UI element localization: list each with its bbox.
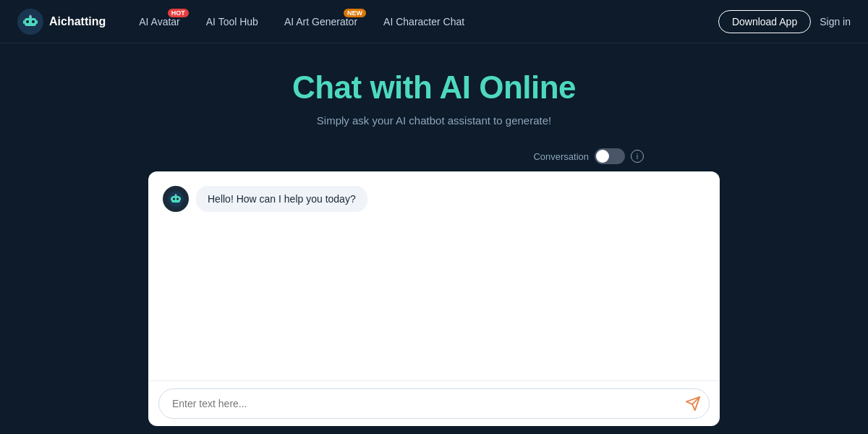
nav-item-ai-character-chat-label: AI Character Chat: [383, 16, 464, 27]
nav-items: AI Avatar Hot AI Tool Hub AI Art Generat…: [129, 10, 718, 33]
logo[interactable]: Aichatting: [17, 9, 106, 35]
chat-input-area: [148, 380, 720, 426]
bot-message-bubble: Hello! How can I help you today?: [196, 186, 367, 212]
toggle-knob: [596, 150, 609, 163]
svg-rect-14: [171, 197, 172, 200]
logo-icon: [17, 9, 43, 35]
nav-item-ai-tool-hub-label: AI Tool Hub: [206, 16, 258, 27]
new-badge: New: [344, 9, 366, 17]
bot-message-row: Hello! How can I help you today?: [163, 186, 705, 212]
conversation-label: Conversation: [533, 151, 589, 162]
info-symbol: i: [637, 152, 638, 161]
svg-rect-9: [171, 196, 180, 203]
svg-rect-15: [180, 197, 182, 200]
chat-messages: Hello! How can I help you today?: [148, 171, 720, 380]
svg-point-11: [176, 198, 179, 200]
conversation-toggle[interactable]: [595, 148, 625, 164]
chat-container: Hello! How can I help you today?: [148, 171, 720, 426]
nav-right: Download App Sign in: [718, 10, 851, 33]
nav-item-ai-art-generator-label: AI Art Generator: [284, 16, 357, 27]
nav-item-ai-avatar-label: AI Avatar: [139, 16, 180, 27]
conversation-bar: Conversation i: [0, 141, 868, 164]
bot-avatar: [163, 186, 189, 212]
bot-avatar-icon: [168, 191, 184, 207]
nav-item-ai-avatar[interactable]: AI Avatar Hot: [129, 10, 190, 33]
download-app-button[interactable]: Download App: [718, 10, 811, 33]
hero-title: Chat with AI Online: [14, 69, 854, 106]
svg-point-3: [32, 20, 35, 23]
navbar: Aichatting AI Avatar Hot AI Tool Hub AI …: [0, 0, 868, 43]
hero-section: Chat with AI Online Simply ask your AI c…: [0, 43, 868, 141]
chat-input-wrapper: [158, 388, 710, 419]
svg-point-5: [30, 14, 32, 17]
nav-item-ai-character-chat[interactable]: AI Character Chat: [373, 10, 475, 33]
logo-text: Aichatting: [49, 15, 106, 28]
send-icon: [685, 396, 701, 412]
svg-point-13: [175, 194, 176, 195]
info-icon[interactable]: i: [631, 150, 644, 163]
signin-button[interactable]: Sign in: [820, 16, 851, 27]
send-button[interactable]: [685, 396, 701, 412]
svg-point-10: [173, 198, 175, 200]
nav-item-ai-art-generator[interactable]: AI Art Generator New: [274, 10, 367, 33]
chat-input[interactable]: [158, 388, 710, 419]
svg-rect-7: [36, 20, 38, 24]
hero-subtitle: Simply ask your AI chatbot assistant to …: [14, 114, 854, 127]
hot-badge: Hot: [168, 9, 189, 17]
svg-point-2: [26, 20, 29, 23]
svg-rect-6: [23, 20, 25, 24]
nav-item-ai-tool-hub[interactable]: AI Tool Hub: [196, 10, 268, 33]
